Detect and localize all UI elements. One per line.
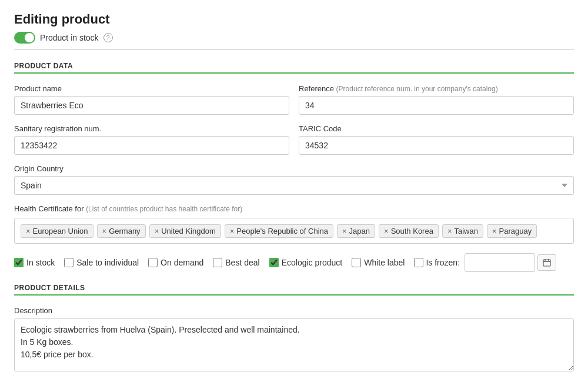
in-stock-label: In stock (26, 258, 55, 267)
stock-toggle[interactable] (14, 32, 35, 44)
tag-item: ×Japan (337, 224, 375, 238)
sanitary-group: Sanitary registration num. (14, 124, 289, 155)
tag-remove-icon[interactable]: × (155, 227, 159, 235)
in-stock-checkbox-item: In stock (14, 258, 55, 267)
help-icon[interactable]: ? (103, 33, 113, 42)
ecologic-checkbox[interactable] (269, 258, 279, 267)
tag-label: Paraguay (499, 227, 532, 235)
tag-remove-icon[interactable]: × (384, 227, 389, 235)
taric-input[interactable] (299, 136, 574, 155)
sale-individual-label: Sale to individual (76, 258, 139, 267)
origin-select[interactable]: Spain France Germany Italy Portugal Othe… (14, 176, 574, 195)
tag-remove-icon[interactable]: × (102, 227, 107, 235)
description-textarea[interactable] (14, 318, 574, 371)
tag-item: ×Taiwan (442, 224, 483, 238)
sale-individual-checkbox[interactable] (64, 258, 74, 267)
ecologic-checkbox-item: Ecologic product (269, 258, 343, 267)
tag-item: ×Germany (97, 224, 146, 238)
taric-group: TARIC Code (299, 124, 574, 155)
calendar-icon[interactable] (537, 254, 556, 271)
tag-label: Germany (109, 227, 140, 235)
reference-group: Reference (Product reference num. in you… (299, 84, 574, 115)
reference-input[interactable] (299, 96, 574, 115)
in-stock-checkbox[interactable] (14, 258, 24, 267)
checkboxes-row: In stock Sale to individual On demand Be… (14, 253, 574, 272)
product-data-section-title: PRODUCT DATA (14, 62, 574, 70)
product-details-divider (14, 294, 574, 296)
is-frozen-checkbox[interactable] (414, 258, 423, 267)
svg-rect-0 (543, 260, 550, 266)
is-frozen-checkbox-item: Is frozen: (414, 253, 556, 272)
on-demand-checkbox-item: On demand (148, 258, 203, 267)
description-label: Description (14, 306, 574, 315)
best-deal-checkbox[interactable] (213, 258, 222, 267)
stock-toggle-row: Product in stock ? (14, 32, 574, 44)
tag-label: Taiwan (455, 227, 478, 235)
health-cert-group: Health Certificate for (List of countrie… (14, 204, 574, 244)
product-name-reference-row: Product name Reference (Product referenc… (14, 84, 574, 115)
taric-label: TARIC Code (299, 124, 574, 133)
health-cert-tags[interactable]: ×European Union×Germany×United Kingdom×P… (14, 218, 574, 244)
tag-remove-icon[interactable]: × (230, 227, 235, 235)
tag-item: ×People's Republic of China (225, 224, 333, 238)
product-details-section: PRODUCT DETAILS Description (14, 284, 574, 373)
tag-remove-icon[interactable]: × (492, 227, 497, 235)
tag-item: ×South Korea (379, 224, 439, 238)
is-frozen-label: Is frozen: (426, 258, 460, 267)
white-label-checkbox-item: White label (352, 258, 405, 267)
tag-label: South Korea (391, 227, 433, 235)
tag-label: People's Republic of China (236, 227, 328, 235)
product-name-label: Product name (14, 84, 289, 93)
health-cert-row: Health Certificate for (List of countrie… (14, 204, 574, 244)
product-data-divider (14, 72, 574, 74)
on-demand-label: On demand (161, 258, 203, 267)
tag-label: European Union (33, 227, 88, 235)
origin-row: Origin Country Spain France Germany Ital… (14, 164, 574, 195)
tag-remove-icon[interactable]: × (342, 227, 347, 235)
tag-label: United Kingdom (161, 227, 216, 235)
best-deal-checkbox-item: Best deal (213, 258, 259, 267)
reference-label: Reference (Product reference num. in you… (299, 84, 574, 93)
sanitary-input[interactable] (14, 136, 289, 155)
health-cert-label: Health Certificate for (List of countrie… (14, 204, 574, 213)
tag-remove-icon[interactable]: × (26, 227, 31, 235)
reference-note: (Product reference num. in your company'… (336, 85, 498, 93)
sanitary-taric-row: Sanitary registration num. TARIC Code (14, 124, 574, 155)
origin-label: Origin Country (14, 164, 574, 173)
page-title: Editing product (14, 12, 574, 27)
on-demand-checkbox[interactable] (148, 258, 158, 267)
sale-individual-checkbox-item: Sale to individual (64, 258, 139, 267)
tag-item: ×Paraguay (487, 224, 537, 238)
tag-item: ×European Union (21, 224, 93, 238)
tag-label: Japan (349, 227, 370, 235)
product-name-group: Product name (14, 84, 289, 115)
health-cert-note: (List of countries product has health ce… (86, 205, 242, 213)
tag-remove-icon[interactable]: × (447, 227, 452, 235)
sanitary-label: Sanitary registration num. (14, 124, 289, 133)
stock-label: Product in stock (40, 33, 99, 42)
product-details-section-title: PRODUCT DETAILS (14, 284, 574, 292)
white-label-label: White label (364, 258, 405, 267)
product-name-input[interactable] (14, 96, 289, 115)
best-deal-label: Best deal (225, 258, 259, 267)
ecologic-label: Ecologic product (282, 258, 343, 267)
main-divider (14, 49, 574, 50)
white-label-checkbox[interactable] (352, 258, 361, 267)
tag-item: ×United Kingdom (149, 224, 221, 238)
origin-group: Origin Country Spain France Germany Ital… (14, 164, 574, 195)
frozen-date-input[interactable] (465, 253, 535, 272)
